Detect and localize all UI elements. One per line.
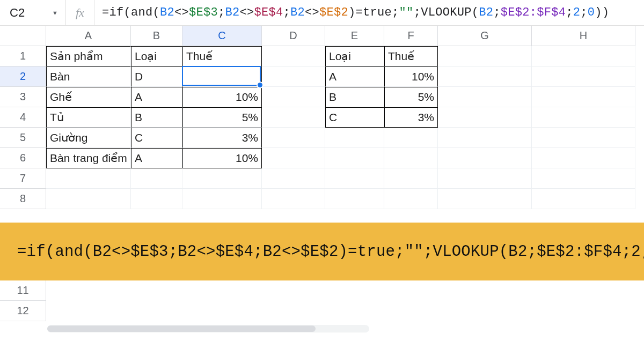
row-header-8[interactable]: 8 — [0, 189, 46, 209]
cell-e6[interactable] — [325, 148, 384, 168]
col-header-e[interactable]: E — [325, 26, 384, 46]
cell-h1[interactable] — [532, 46, 635, 67]
horizontal-scrollbar[interactable] — [47, 325, 369, 333]
cell-e3[interactable]: B — [325, 87, 384, 107]
cell-d6[interactable] — [262, 148, 325, 168]
formula-banner-text: =if(and(B2<>$E$3;B2<>$E$4;B2<>$E$2)=true… — [17, 243, 644, 261]
scrollbar-thumb[interactable] — [47, 326, 316, 332]
cell-g7[interactable] — [438, 168, 532, 189]
cell-b2[interactable]: D — [131, 67, 182, 87]
grid-body: Sản phẩmLoạiThuếLoạiThuếBànDA10%GhếA10%B… — [46, 46, 635, 209]
cell-f1[interactable]: Thuế — [384, 46, 438, 67]
sheet-area: 12345678 Sản phẩmLoạiThuếLoạiThuếBànDA10… — [0, 46, 644, 209]
row-header-2[interactable]: 2 — [0, 67, 46, 87]
cell-h2[interactable] — [532, 67, 635, 87]
cell-a4[interactable]: Tủ — [46, 107, 131, 128]
cell-c7[interactable] — [182, 168, 262, 189]
cell-d2[interactable] — [262, 67, 325, 87]
cell-a1[interactable]: Sản phẩm — [46, 46, 131, 67]
col-header-c[interactable]: C — [182, 26, 262, 46]
cell-b5[interactable]: C — [131, 128, 182, 148]
col-header-h[interactable]: H — [532, 26, 635, 46]
col-header-a[interactable]: A — [46, 26, 131, 46]
cell-d4[interactable] — [262, 107, 325, 128]
cell-d3[interactable] — [262, 87, 325, 107]
cell-g8[interactable] — [438, 189, 532, 209]
cell-b4[interactable]: B — [131, 107, 182, 128]
row-header-7[interactable]: 7 — [0, 168, 46, 189]
cell-f6[interactable] — [384, 148, 438, 168]
cell-grid[interactable]: Sản phẩmLoạiThuếLoạiThuếBànDA10%GhếA10%B… — [46, 46, 635, 209]
cell-a7[interactable] — [46, 168, 131, 189]
cell-e5[interactable] — [325, 128, 384, 148]
select-all-corner[interactable] — [0, 26, 46, 46]
row-header-12[interactable]: 12 — [0, 301, 46, 321]
cell-b1[interactable]: Loại — [131, 46, 182, 67]
cell-c5[interactable]: 3% — [182, 128, 262, 148]
cell-f4[interactable]: 3% — [384, 107, 438, 128]
cell-a5[interactable]: Giường — [46, 128, 131, 148]
cell-b7[interactable] — [131, 168, 182, 189]
col-header-b[interactable]: B — [131, 26, 182, 46]
cell-b3[interactable]: A — [131, 87, 182, 107]
cell-d8[interactable] — [262, 189, 325, 209]
cell-e7[interactable] — [325, 168, 384, 189]
cell-e1[interactable]: Loại — [325, 46, 384, 67]
cell-g1[interactable] — [438, 46, 532, 67]
fx-icon[interactable]: fx — [66, 0, 94, 25]
cell-e4[interactable]: C — [325, 107, 384, 128]
cell-c8[interactable] — [182, 189, 262, 209]
row-header-1[interactable]: 1 — [0, 46, 46, 67]
cell-a3[interactable]: Ghế — [46, 87, 131, 107]
cell-h6[interactable] — [532, 148, 635, 168]
cell-h3[interactable] — [532, 87, 635, 107]
cell-b6[interactable]: A — [131, 148, 182, 168]
row-header-5[interactable]: 5 — [0, 128, 46, 148]
cell-f8[interactable] — [384, 189, 438, 209]
cell-a2[interactable]: Bàn — [46, 67, 131, 87]
below-rows: 1112 — [0, 280, 46, 321]
cell-c6[interactable]: 10% — [182, 148, 262, 168]
name-box-value: C2 — [10, 6, 25, 20]
cell-h5[interactable] — [532, 128, 635, 148]
col-header-g[interactable]: G — [438, 26, 532, 46]
cell-e8[interactable] — [325, 189, 384, 209]
cell-c3[interactable]: 10% — [182, 87, 262, 107]
cell-a6[interactable]: Bàn trang điểm — [46, 148, 131, 168]
cell-f2[interactable]: 10% — [384, 67, 438, 87]
cell-h7[interactable] — [532, 168, 635, 189]
cell-g6[interactable] — [438, 148, 532, 168]
column-headers: ABCDEFGH — [0, 26, 644, 46]
cell-d5[interactable] — [262, 128, 325, 148]
cell-c2[interactable] — [182, 67, 262, 87]
cell-c4[interactable]: 5% — [182, 107, 262, 128]
cell-b8[interactable] — [131, 189, 182, 209]
cell-g2[interactable] — [438, 67, 532, 87]
row-headers: 12345678 — [0, 46, 46, 209]
col-header-f[interactable]: F — [384, 26, 438, 46]
formula-banner: =if(and(B2<>$E$3;B2<>$E$4;B2<>$E$2)=true… — [0, 223, 644, 280]
cell-a8[interactable] — [46, 189, 131, 209]
row-header-11[interactable]: 11 — [0, 280, 46, 301]
cell-f5[interactable] — [384, 128, 438, 148]
row-header-6[interactable]: 6 — [0, 148, 46, 168]
cell-d7[interactable] — [262, 168, 325, 189]
cell-g5[interactable] — [438, 128, 532, 148]
cell-f3[interactable]: 5% — [384, 87, 438, 107]
cell-e2[interactable]: A — [325, 67, 384, 87]
cell-c1[interactable]: Thuế — [182, 46, 262, 67]
cell-g4[interactable] — [438, 107, 532, 128]
cell-g3[interactable] — [438, 87, 532, 107]
col-header-d[interactable]: D — [262, 26, 325, 46]
chevron-down-icon[interactable]: ▼ — [52, 10, 58, 16]
cell-f7[interactable] — [384, 168, 438, 189]
row-header-4[interactable]: 4 — [0, 107, 46, 128]
formula-input[interactable]: =if(and(B2<>$E$3;B2<>$E$4;B2<>$E$2)=true… — [94, 6, 609, 19]
cell-h8[interactable] — [532, 189, 635, 209]
formula-bar: C2 ▼ fx =if(and(B2<>$E$3;B2<>$E$4;B2<>$E… — [0, 0, 644, 26]
cell-d1[interactable] — [262, 46, 325, 67]
row-header-3[interactable]: 3 — [0, 87, 46, 107]
name-box[interactable]: C2 ▼ — [4, 0, 66, 25]
cell-h4[interactable] — [532, 107, 635, 128]
